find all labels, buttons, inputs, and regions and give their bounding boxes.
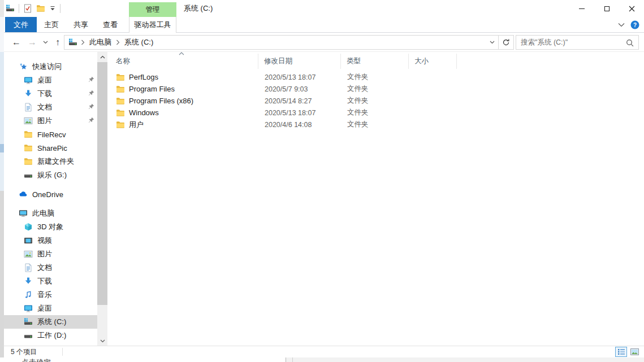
document-icon bbox=[24, 103, 33, 112]
tab-share[interactable]: 共享 bbox=[66, 17, 96, 32]
window-drive-icon bbox=[6, 4, 15, 13]
help-button[interactable]: ? bbox=[630, 20, 639, 29]
sidebar-item-系统 (C:)[interactable]: 系统 (C:) bbox=[4, 315, 97, 329]
close-button[interactable] bbox=[619, 0, 644, 17]
recent-locations-button[interactable] bbox=[40, 35, 50, 50]
drive-icon bbox=[24, 171, 33, 180]
customize-toolbar-button[interactable] bbox=[49, 6, 56, 11]
sidebar-item-label: 新建文件夹 bbox=[37, 156, 74, 167]
file-row-用户[interactable]: 用户2020/4/6 14:08文件夹 bbox=[107, 119, 644, 130]
sidebar-item-图片[interactable]: 图片 bbox=[4, 114, 97, 128]
address-bar[interactable]: 此电脑 系统 (C:) bbox=[64, 35, 499, 50]
properties-button[interactable] bbox=[23, 4, 32, 13]
pin-icon[interactable] bbox=[88, 117, 94, 123]
sidebar-item-文档[interactable]: 文档 bbox=[4, 101, 97, 114]
minimize-button[interactable] bbox=[569, 0, 594, 17]
location-drive-icon bbox=[68, 38, 77, 47]
tab-view[interactable]: 查看 bbox=[96, 17, 125, 32]
sidebar-item-下载[interactable]: 下载 bbox=[4, 274, 97, 288]
folder-icon bbox=[116, 108, 125, 117]
desktop-icon bbox=[24, 304, 33, 313]
sidebar-item-label: 此电脑 bbox=[32, 208, 54, 219]
up-arrow-icon: ↑ bbox=[55, 37, 60, 47]
sidebar-item-工作 (D:)[interactable]: 工作 (D:) bbox=[4, 329, 97, 342]
file-row-Program Files[interactable]: Program Files2020/5/7 9:03文件夹 bbox=[107, 83, 644, 95]
chevron-down-icon bbox=[490, 41, 495, 44]
sidebar-item-娱乐 (G:)[interactable]: 娱乐 (G:) bbox=[4, 168, 97, 182]
file-row-Program Files (x86)[interactable]: Program Files (x86)2020/5/14 8:27文件夹 bbox=[107, 95, 644, 107]
sort-ascending-icon bbox=[179, 52, 184, 55]
music-icon bbox=[24, 290, 33, 299]
sidebar-item-label: 音乐 bbox=[37, 290, 52, 300]
tab-home[interactable]: 主页 bbox=[37, 17, 66, 32]
file-type: 文件夹 bbox=[341, 72, 409, 82]
sidebar-item-视频[interactable]: 视频 bbox=[4, 234, 97, 247]
sidebar-item-SharePic[interactable]: SharePic bbox=[4, 141, 97, 155]
column-header-类型[interactable]: 类型 bbox=[341, 54, 409, 69]
sidebar-item-下载[interactable]: 下载 bbox=[4, 87, 97, 101]
folder-icon bbox=[24, 157, 33, 166]
column-header-名称[interactable]: 名称 bbox=[107, 54, 258, 69]
sidebar-item-label: 图片 bbox=[37, 116, 52, 126]
refresh-button[interactable] bbox=[499, 35, 514, 50]
sidebar-item-音乐[interactable]: 音乐 bbox=[4, 288, 97, 302]
sidebar-section-快速访问[interactable]: 快速访问 bbox=[4, 60, 97, 73]
file-row-Windows[interactable]: Windows2020/5/13 18:07文件夹 bbox=[107, 107, 644, 119]
maximize-button[interactable] bbox=[594, 0, 619, 17]
forward-button[interactable]: → bbox=[24, 35, 40, 50]
column-header-大小[interactable]: 大小 bbox=[409, 54, 457, 69]
scroll-down-button[interactable] bbox=[97, 336, 107, 346]
column-header-修改日期[interactable]: 修改日期 bbox=[258, 54, 341, 69]
video-icon bbox=[24, 236, 33, 245]
file-date-modified: 2020/4/6 14:08 bbox=[258, 121, 341, 129]
sidebar-section-OneDrive[interactable]: OneDrive bbox=[4, 187, 97, 201]
status-bar: 5 个项目 bbox=[4, 346, 644, 357]
sidebar-section-此电脑[interactable]: 此电脑 bbox=[4, 207, 97, 220]
details-view-button[interactable] bbox=[615, 347, 627, 357]
back-arrow-icon: ← bbox=[12, 37, 21, 47]
scroll-up-button[interactable] bbox=[97, 52, 107, 62]
scrollbar-thumb[interactable] bbox=[97, 62, 107, 305]
sidebar-item-FileRecv[interactable]: FileRecv bbox=[4, 128, 97, 141]
column-header-label: 大小 bbox=[414, 56, 429, 66]
sidebar-item-文档[interactable]: 文档 bbox=[4, 261, 97, 274]
search-icon[interactable] bbox=[626, 39, 634, 47]
tab-file[interactable]: 文件 bbox=[5, 17, 37, 32]
collapse-ribbon-button[interactable] bbox=[618, 23, 625, 27]
search-box bbox=[516, 35, 639, 50]
search-input[interactable] bbox=[521, 36, 623, 49]
sidebar-item-图片[interactable]: 图片 bbox=[4, 247, 97, 261]
sidebar-item-新建文件夹[interactable]: 新建文件夹 bbox=[4, 155, 97, 168]
folder-icon bbox=[116, 97, 125, 106]
back-button[interactable]: ← bbox=[8, 35, 24, 50]
tab-drive-tools[interactable]: 驱动器工具 bbox=[129, 17, 176, 33]
svg-text:?: ? bbox=[633, 21, 637, 28]
file-date-modified: 2020/5/7 9:03 bbox=[258, 85, 341, 93]
toolbar-separator bbox=[19, 4, 19, 13]
contextual-group-manage[interactable]: 管理 bbox=[129, 2, 176, 17]
sidebar-item-label: 快速访问 bbox=[32, 62, 62, 72]
thumbnails-view-button[interactable] bbox=[629, 347, 641, 357]
breadcrumb-system-c[interactable]: 系统 (C:) bbox=[121, 36, 157, 49]
pin-icon[interactable] bbox=[88, 90, 94, 96]
sidebar-item-3D 对象[interactable]: 3D 对象 bbox=[4, 220, 97, 234]
file-type: 文件夹 bbox=[341, 108, 409, 117]
address-dropdown-button[interactable] bbox=[486, 36, 498, 49]
sidebar-item-label: OneDrive bbox=[32, 190, 63, 199]
file-row-PerfLogs[interactable]: PerfLogs2020/5/13 18:07文件夹 bbox=[107, 71, 644, 83]
pin-icon[interactable] bbox=[88, 76, 94, 82]
file-date-modified: 2020/5/14 8:27 bbox=[258, 97, 341, 105]
sidebar-item-label: FileRecv bbox=[37, 130, 66, 139]
column-header-label: 类型 bbox=[347, 56, 361, 66]
sidebar-item-label: 工作 (D:) bbox=[37, 330, 66, 341]
sidebar-item-桌面[interactable]: 桌面 bbox=[4, 73, 97, 87]
column-header-label: 名称 bbox=[116, 56, 130, 66]
up-button[interactable]: ↑ bbox=[50, 35, 65, 50]
new-folder-button[interactable] bbox=[36, 4, 45, 13]
sidebar-item-label: SharePic bbox=[37, 144, 67, 152]
sidebar-item-label: 系统 (C:) bbox=[37, 317, 66, 327]
sidebar-item-桌面[interactable]: 桌面 bbox=[4, 302, 97, 315]
sidebar-scrollbar[interactable] bbox=[97, 52, 107, 346]
pin-icon[interactable] bbox=[88, 103, 94, 110]
breadcrumb-this-pc[interactable]: 此电脑 bbox=[86, 36, 115, 49]
